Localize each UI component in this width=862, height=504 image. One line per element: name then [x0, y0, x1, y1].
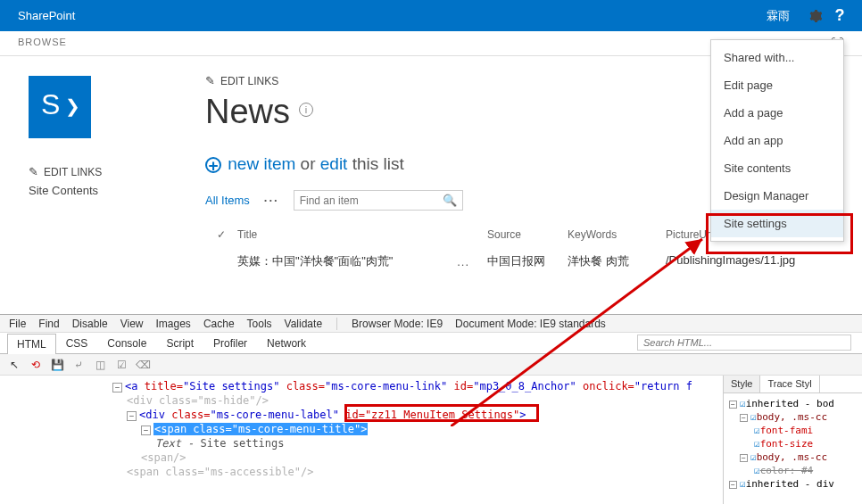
search-icon[interactable]: 🔍 — [443, 194, 457, 207]
menu-add-a-page[interactable]: Add a page — [711, 99, 843, 127]
menu-images[interactable]: Images — [156, 318, 191, 330]
clear-icon[interactable]: ⌫ — [136, 358, 150, 372]
pencil-icon: ✎ — [29, 165, 38, 178]
devtools-toolbar: ↖ ⟲ 💾 ⤶ ◫ ☑ ⌫ — [0, 354, 862, 376]
col-source[interactable]: Source — [487, 228, 568, 241]
attribute-icon[interactable]: ☑ — [114, 358, 128, 372]
checkmark-icon[interactable]: ✓ — [217, 228, 226, 241]
menu-design-manager[interactable]: Design Manager — [711, 182, 843, 210]
find-item-box[interactable]: 🔍 — [294, 190, 463, 211]
page-title: News i — [205, 93, 313, 131]
element-outline-icon[interactable]: ◫ — [93, 358, 107, 372]
menu-tools[interactable]: Tools — [247, 318, 272, 330]
list-row[interactable]: 英媒：中国"洋快餐"面临"肉荒" ... 中国日报网 洋快餐 肉荒 /Publi… — [205, 250, 835, 273]
gear-icon[interactable] — [806, 7, 824, 25]
save-icon[interactable]: 💾 — [50, 358, 64, 372]
html-tree[interactable]: −<a title="Site settings" class="ms-core… — [0, 376, 723, 504]
help-icon[interactable]: ? — [831, 6, 849, 25]
rtab-trace[interactable]: Trace Styl — [760, 376, 819, 392]
product-title: SharePoint — [18, 9, 75, 22]
row-keywords: 洋快餐 肉荒 — [568, 253, 666, 269]
view-options-icon[interactable]: ··· — [264, 194, 279, 207]
pencil-icon: ✎ — [205, 74, 215, 87]
row-title[interactable]: 英媒：中国"洋快餐"面临"肉荒" — [237, 253, 393, 269]
menu-cache[interactable]: Cache — [203, 318, 235, 330]
document-mode[interactable]: Document Mode: IE9 standards — [455, 318, 606, 330]
styles-panel: Style Trace Styl −☑inherited - bod −☑bod… — [723, 376, 862, 504]
col-title[interactable]: Title — [237, 228, 487, 241]
left-navigation: ✎ EDIT LINKS Site Contents — [0, 56, 205, 306]
row-source: 中国日报网 — [487, 253, 568, 269]
info-icon[interactable]: i — [299, 103, 313, 117]
suite-bar: SharePoint 霖雨 ? — [0, 0, 862, 31]
site-contents-link[interactable]: Site Contents — [29, 184, 187, 197]
tab-script[interactable]: Script — [156, 333, 203, 353]
browse-tab[interactable]: BROWSE — [18, 37, 67, 47]
menu-view[interactable]: View — [120, 318, 144, 330]
menu-file[interactable]: File — [9, 318, 26, 330]
tab-network[interactable]: Network — [257, 333, 316, 353]
row-pictureurl[interactable]: /PublishingImages/11.jpg — [666, 253, 835, 269]
row-more-icon[interactable]: ... — [457, 255, 469, 269]
browser-mode[interactable]: Browser Mode: IE9 — [352, 318, 443, 330]
select-element-icon[interactable]: ↖ — [7, 358, 21, 372]
tab-console[interactable]: Console — [97, 333, 156, 353]
tab-profiler[interactable]: Profiler — [203, 333, 257, 353]
tab-css[interactable]: CSS — [56, 333, 98, 353]
tab-html[interactable]: HTML — [7, 334, 56, 354]
sharepoint-logo[interactable] — [29, 76, 91, 138]
plus-icon[interactable]: + — [205, 157, 221, 173]
menu-site-settings[interactable]: Site settings — [711, 210, 843, 237]
settings-dropdown: Shared with... Edit page Add a page Add … — [710, 39, 844, 242]
edit-list-link[interactable]: edit — [320, 154, 348, 173]
menu-disable[interactable]: Disable — [72, 318, 108, 330]
word-wrap-icon[interactable]: ⤶ — [71, 358, 86, 372]
col-keywords[interactable]: KeyWords — [568, 228, 666, 241]
menu-site-contents[interactable]: Site contents — [711, 154, 843, 182]
menu-validate[interactable]: Validate — [285, 318, 322, 330]
devtools: File Find Disable View Images Cache Tool… — [0, 314, 862, 504]
view-all-items[interactable]: All Items — [205, 194, 250, 207]
find-item-input[interactable] — [300, 194, 389, 207]
devtools-menu: File Find Disable View Images Cache Tool… — [0, 315, 862, 333]
menu-shared-with[interactable]: Shared with... — [711, 44, 843, 71]
rtab-style[interactable]: Style — [724, 376, 760, 392]
menu-find[interactable]: Find — [38, 318, 59, 330]
styles-list[interactable]: −☑inherited - bod −☑body, .ms-cc ☑font-f… — [724, 393, 862, 494]
menu-edit-page[interactable]: Edit page — [711, 71, 843, 99]
new-item-link[interactable]: new item — [228, 154, 295, 173]
devtools-search[interactable] — [637, 335, 851, 351]
refresh-icon[interactable]: ⟲ — [29, 358, 43, 372]
devtools-tabs: HTML CSS Console Script Profiler Network — [0, 333, 862, 354]
edit-links-left[interactable]: ✎ EDIT LINKS — [29, 165, 187, 178]
menu-add-an-app[interactable]: Add an app — [711, 127, 843, 154]
user-name[interactable]: 霖雨 — [758, 8, 799, 24]
